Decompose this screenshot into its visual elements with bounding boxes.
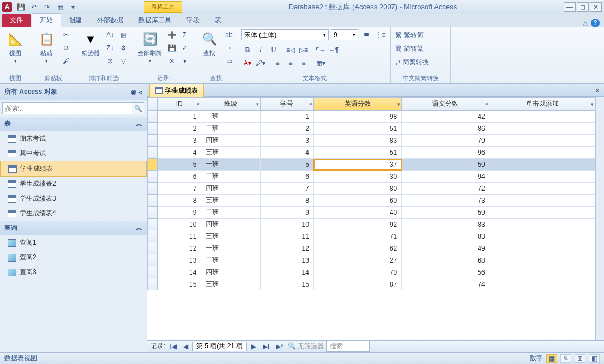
tab-file[interactable]: 文件: [2, 14, 31, 27]
cell[interactable]: 72: [402, 183, 490, 195]
tab-external[interactable]: 外部数据: [89, 14, 131, 27]
nav-query-item[interactable]: 查阅3: [0, 265, 147, 280]
cell[interactable]: 1: [158, 111, 201, 123]
font-size-select[interactable]: 9▾: [331, 29, 358, 40]
row-selector[interactable]: [148, 278, 158, 290]
cell[interactable]: 5: [260, 159, 313, 171]
rtl-icon[interactable]: ←¶: [328, 45, 340, 56]
row-selector[interactable]: [148, 230, 158, 242]
save-record-icon[interactable]: 💾: [166, 43, 177, 53]
table-row[interactable]: 6二班63094: [148, 171, 595, 183]
cell[interactable]: 51: [313, 147, 401, 159]
column-header[interactable]: 班级▾: [201, 98, 261, 111]
cell[interactable]: [490, 254, 595, 266]
table-row[interactable]: 3四班38379: [148, 135, 595, 147]
cell[interactable]: 98: [313, 111, 401, 123]
datasheet[interactable]: ID▾班级▾学号▾英语分数▾语文分数▾单击以添加▾1一班198422二班2518…: [147, 97, 595, 340]
column-header[interactable]: ID▾: [158, 98, 201, 111]
cell[interactable]: 30: [313, 171, 401, 183]
record-position-input[interactable]: [192, 342, 247, 351]
nav-dropdown-icon[interactable]: ◉: [131, 88, 136, 96]
nav-collapse-icon[interactable]: «: [138, 88, 142, 96]
nav-header[interactable]: 所有 Access 对象 ◉ «: [0, 84, 147, 100]
redo-icon[interactable]: ↷: [41, 2, 52, 13]
nav-table-item[interactable]: 学生成绩表4: [0, 206, 147, 221]
clear-sort-icon[interactable]: ⊘: [105, 56, 116, 66]
table-row[interactable]: 4三班45196: [148, 147, 595, 159]
align-left-icon[interactable]: ≡: [271, 58, 283, 69]
qat-icon[interactable]: ▦: [55, 2, 65, 13]
cell[interactable]: [490, 266, 595, 278]
column-header[interactable]: 英语分数▾: [313, 98, 401, 111]
nav-table-item[interactable]: 学生成绩表3: [0, 191, 147, 206]
last-record-button[interactable]: ▶I: [261, 343, 271, 350]
row-selector[interactable]: [148, 254, 158, 266]
new-record-icon[interactable]: ➕: [166, 29, 177, 40]
bullets-icon[interactable]: ≣: [360, 29, 372, 40]
cell[interactable]: 一班: [201, 159, 261, 171]
minimize-button[interactable]: —: [564, 2, 576, 12]
chevron-down-icon[interactable]: ▾: [310, 101, 312, 107]
maximize-button[interactable]: ◻: [577, 2, 589, 12]
cell[interactable]: 71: [313, 230, 401, 242]
design-view-button[interactable]: ✎: [560, 354, 571, 363]
cell[interactable]: 15: [260, 278, 313, 290]
numbering-icon[interactable]: ⋮≡: [375, 29, 386, 40]
table-row[interactable]: 10四班109283: [148, 219, 595, 230]
spelling-icon[interactable]: ✓: [179, 43, 190, 53]
new-record-nav-button[interactable]: ▶*: [274, 343, 286, 350]
trad-to-simp-button[interactable]: 繁繁转简: [394, 29, 425, 41]
close-button[interactable]: ✕: [590, 2, 602, 12]
tab-dbtools[interactable]: 数据库工具: [131, 14, 179, 27]
row-selector[interactable]: [148, 135, 158, 147]
table-row[interactable]: 14四班147056: [148, 266, 595, 278]
nav-query-item[interactable]: 查阅2: [0, 250, 147, 265]
nav-group-queries[interactable]: 查询︽: [0, 221, 147, 235]
sort-desc-icon[interactable]: Z↓: [105, 43, 116, 53]
cell[interactable]: [490, 111, 595, 123]
cell[interactable]: 三班: [201, 147, 261, 159]
cell[interactable]: [490, 242, 595, 254]
cell[interactable]: 59: [402, 159, 490, 171]
cell[interactable]: 5: [158, 159, 201, 171]
row-selector[interactable]: [148, 183, 158, 195]
cell[interactable]: 37: [313, 159, 401, 171]
sort-asc-icon[interactable]: A↓: [105, 29, 116, 40]
cell[interactable]: [490, 183, 595, 195]
row-selector[interactable]: [148, 171, 158, 183]
cell[interactable]: 49: [402, 242, 490, 254]
cell[interactable]: 8: [158, 195, 201, 207]
nav-table-item[interactable]: 其中考试: [0, 146, 147, 161]
tab-table[interactable]: 表: [207, 14, 229, 27]
cell[interactable]: 一班: [201, 242, 261, 254]
nav-table-item[interactable]: 期末考试: [0, 131, 147, 146]
first-record-button[interactable]: I◀: [167, 343, 178, 350]
cell[interactable]: [490, 207, 595, 219]
ltr-icon[interactable]: ¶→: [315, 45, 327, 56]
record-search-input[interactable]: 搜索: [326, 341, 370, 352]
cell[interactable]: [490, 171, 595, 183]
help-icon[interactable]: ?: [591, 19, 600, 27]
cell[interactable]: 四班: [201, 266, 261, 278]
replace-icon[interactable]: ab: [224, 29, 234, 40]
row-selector[interactable]: [148, 111, 158, 123]
prev-record-button[interactable]: ◀: [181, 343, 190, 350]
tab-home[interactable]: 开始: [32, 13, 61, 27]
undo-icon[interactable]: ↶: [28, 2, 39, 13]
cell[interactable]: 60: [313, 195, 401, 207]
totals-icon[interactable]: Σ: [179, 29, 190, 40]
goto-icon[interactable]: →: [224, 43, 234, 53]
cell[interactable]: 86: [402, 123, 490, 135]
save-icon[interactable]: 💾: [15, 2, 26, 13]
cell[interactable]: 13: [260, 254, 313, 266]
tab-create[interactable]: 创建: [61, 14, 89, 27]
nav-group-tables[interactable]: 表︽: [0, 117, 147, 131]
cell[interactable]: 2: [260, 123, 313, 135]
chevron-down-icon[interactable]: ▾: [397, 101, 400, 107]
cell[interactable]: 12: [260, 242, 313, 254]
toggle-filter-icon[interactable]: ▽: [118, 56, 129, 66]
row-selector[interactable]: [148, 219, 158, 230]
cell[interactable]: 42: [402, 111, 490, 123]
cell[interactable]: 二班: [201, 254, 261, 266]
cell[interactable]: [490, 123, 595, 135]
